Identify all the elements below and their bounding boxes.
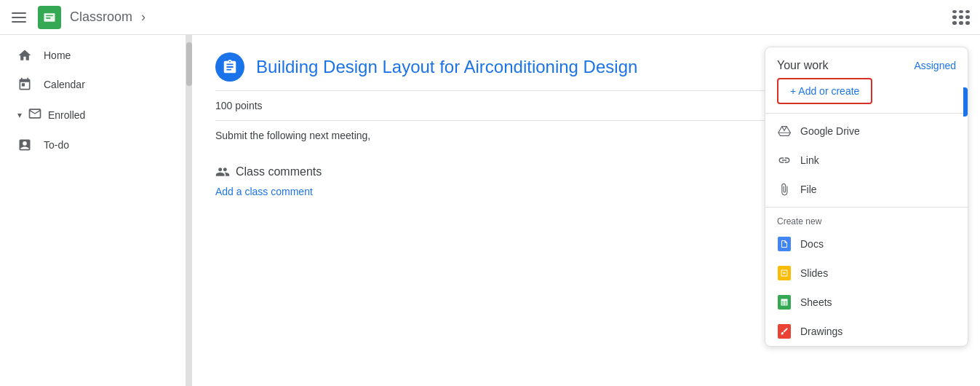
todo-icon xyxy=(17,138,32,152)
file-label: File xyxy=(800,184,817,195)
app-name-label: Classroom xyxy=(70,9,132,25)
link-icon xyxy=(777,153,792,168)
google-drive-icon xyxy=(777,124,792,138)
sidebar-item-enrolled[interactable]: ▾ Enrolled xyxy=(0,99,186,130)
slides-item[interactable]: Slides xyxy=(765,259,968,288)
sidebar: Home Calendar ▾ Enrolled To-do xyxy=(0,35,186,386)
google-drive-item[interactable]: Google Drive xyxy=(765,117,968,146)
sheets-icon xyxy=(777,295,792,310)
add-or-create-button[interactable]: + Add or create xyxy=(777,78,872,104)
sidebar-item-todo[interactable]: To-do xyxy=(0,130,180,159)
file-icon xyxy=(777,182,792,197)
google-apps-icon[interactable] xyxy=(951,9,968,26)
sidebar-home-label: Home xyxy=(44,50,71,61)
main-layout: Home Calendar ▾ Enrolled To-do xyxy=(0,35,980,386)
svg-rect-2 xyxy=(46,17,51,19)
work-panel-title: Your work xyxy=(777,59,829,72)
calendar-icon xyxy=(17,77,32,92)
sheets-item[interactable]: Sheets xyxy=(765,288,968,317)
comments-icon xyxy=(215,165,230,179)
google-drive-label: Google Drive xyxy=(800,125,860,137)
hamburger-menu-icon[interactable] xyxy=(12,9,29,26)
docs-label: Docs xyxy=(800,238,824,250)
sidebar-scrollbar[interactable] xyxy=(186,35,192,386)
sidebar-todo-label: To-do xyxy=(44,139,69,151)
add-comment-link[interactable]: Add a class comment xyxy=(215,186,313,197)
caret-icon: ▾ xyxy=(17,110,22,120)
link-label: Link xyxy=(800,154,819,166)
sidebar-calendar-label: Calendar xyxy=(44,79,85,90)
svg-rect-1 xyxy=(46,15,53,16)
blue-indicator-bar xyxy=(963,87,968,117)
drawings-label: Drawings xyxy=(800,326,842,337)
work-panel-status: Assigned xyxy=(914,60,956,71)
breadcrumb-arrow: › xyxy=(141,9,146,25)
create-new-section-label: Create new xyxy=(765,210,968,229)
main-content: Building Design Layout for Airconditioni… xyxy=(192,35,980,386)
sidebar-enrolled-label: Enrolled xyxy=(48,109,85,121)
work-panel-header: Your work Assigned xyxy=(765,47,968,78)
work-panel: Your work Assigned + Add or create Googl… xyxy=(765,47,968,347)
assignment-icon xyxy=(215,52,244,82)
enrolled-icon xyxy=(28,106,42,123)
slides-label: Slides xyxy=(800,267,828,279)
comments-header-label: Class comments xyxy=(236,165,322,178)
assignment-title-row: Building Design Layout for Airconditioni… xyxy=(215,52,637,82)
sidebar-item-calendar[interactable]: Calendar xyxy=(0,70,180,99)
scroll-thumb xyxy=(186,42,192,86)
docs-icon xyxy=(777,237,792,251)
docs-item[interactable]: Docs xyxy=(765,229,968,259)
link-item[interactable]: Link xyxy=(765,146,968,175)
file-item[interactable]: File xyxy=(765,175,968,204)
assignment-title: Building Design Layout for Airconditioni… xyxy=(256,57,637,77)
drawings-icon xyxy=(777,324,792,339)
slides-icon xyxy=(777,266,792,280)
sheets-label: Sheets xyxy=(800,296,832,308)
topbar: Classroom › xyxy=(0,0,980,35)
app-logo xyxy=(38,6,61,29)
divider-2 xyxy=(765,207,968,208)
divider-1 xyxy=(765,113,968,114)
drawings-item[interactable]: Drawings xyxy=(765,317,968,346)
home-icon xyxy=(17,48,32,63)
topbar-left: Classroom › xyxy=(12,6,146,29)
sidebar-item-home[interactable]: Home xyxy=(0,41,180,70)
